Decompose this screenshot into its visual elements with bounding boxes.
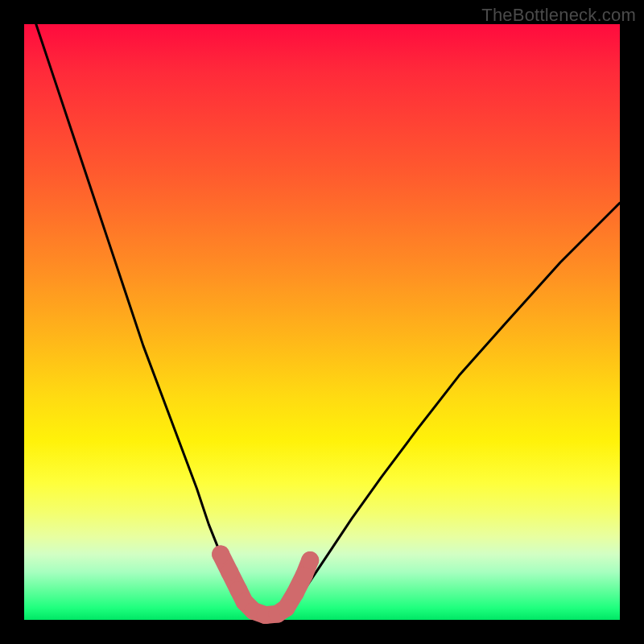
valley-marker <box>221 564 238 581</box>
chart-frame: TheBottleneck.com <box>0 0 644 644</box>
series-right-branch <box>287 203 620 613</box>
series-left-branch <box>36 24 250 613</box>
chart-svg <box>24 24 620 620</box>
valley-marker <box>278 599 295 617</box>
valley-marker <box>287 584 304 602</box>
watermark-label: TheBottleneck.com <box>481 5 636 26</box>
valley-marker <box>212 546 229 564</box>
curve-group <box>36 24 620 617</box>
valley-marker <box>301 551 319 569</box>
marker-group <box>212 546 319 624</box>
